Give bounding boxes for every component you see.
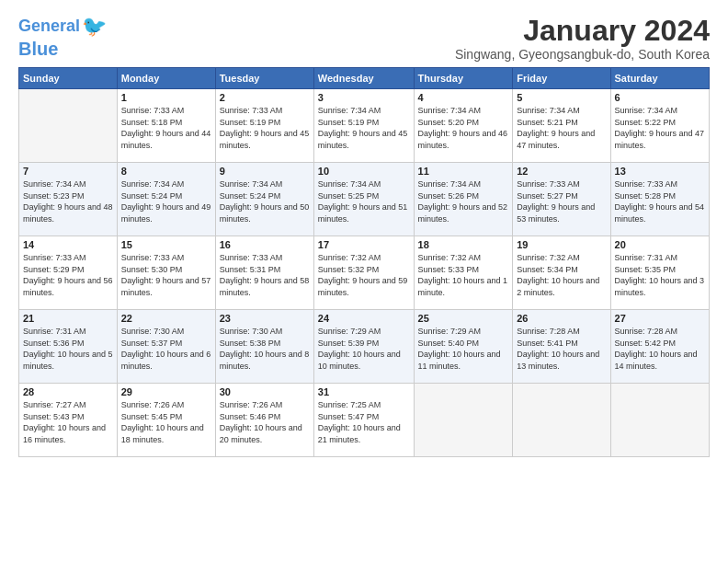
day-info: Sunrise: 7:33 AMSunset: 5:18 PMDaylight:…	[121, 105, 211, 151]
table-row: 13Sunrise: 7:33 AMSunset: 5:28 PMDayligh…	[610, 163, 709, 236]
table-row: 17Sunrise: 7:32 AMSunset: 5:32 PMDayligh…	[313, 236, 414, 310]
table-row: 29Sunrise: 7:26 AMSunset: 5:45 PMDayligh…	[117, 384, 215, 457]
calendar-week-row: 28Sunrise: 7:27 AMSunset: 5:43 PMDayligh…	[19, 384, 710, 457]
day-number: 11	[418, 166, 509, 177]
day-info: Sunrise: 7:34 AMSunset: 5:20 PMDaylight:…	[418, 105, 509, 151]
table-row: 3Sunrise: 7:34 AMSunset: 5:19 PMDaylight…	[313, 89, 414, 163]
table-row: 27Sunrise: 7:28 AMSunset: 5:42 PMDayligh…	[610, 310, 709, 384]
calendar-week-row: 21Sunrise: 7:31 AMSunset: 5:36 PMDayligh…	[19, 310, 710, 384]
table-row: 6Sunrise: 7:34 AMSunset: 5:22 PMDaylight…	[610, 89, 709, 163]
table-row: 7Sunrise: 7:34 AMSunset: 5:23 PMDaylight…	[19, 163, 118, 236]
day-number: 22	[121, 313, 211, 324]
table-row: 8Sunrise: 7:34 AMSunset: 5:24 PMDaylight…	[117, 163, 215, 236]
table-row: 31Sunrise: 7:25 AMSunset: 5:47 PMDayligh…	[313, 384, 414, 457]
day-number: 9	[220, 166, 310, 177]
calendar-week-row: 1Sunrise: 7:33 AMSunset: 5:18 PMDaylight…	[19, 89, 710, 163]
day-number: 25	[418, 313, 509, 324]
day-info: Sunrise: 7:33 AMSunset: 5:31 PMDaylight:…	[220, 252, 310, 298]
day-info: Sunrise: 7:31 AMSunset: 5:35 PMDaylight:…	[615, 252, 705, 298]
table-row: 15Sunrise: 7:33 AMSunset: 5:30 PMDayligh…	[117, 236, 215, 310]
col-thursday: Thursday	[414, 68, 513, 89]
day-number: 16	[220, 239, 310, 250]
day-info: Sunrise: 7:33 AMSunset: 5:29 PMDaylight:…	[23, 252, 113, 298]
table-row	[19, 89, 118, 163]
day-info: Sunrise: 7:28 AMSunset: 5:41 PMDaylight:…	[517, 326, 606, 372]
day-number: 18	[418, 239, 509, 250]
calendar-week-row: 14Sunrise: 7:33 AMSunset: 5:29 PMDayligh…	[19, 236, 710, 310]
day-info: Sunrise: 7:33 AMSunset: 5:27 PMDaylight:…	[517, 178, 606, 224]
day-info: Sunrise: 7:30 AMSunset: 5:38 PMDaylight:…	[220, 326, 310, 372]
day-number: 5	[517, 92, 606, 103]
day-number: 3	[318, 92, 410, 103]
table-row: 12Sunrise: 7:33 AMSunset: 5:27 PMDayligh…	[513, 163, 610, 236]
table-row: 5Sunrise: 7:34 AMSunset: 5:21 PMDaylight…	[513, 89, 610, 163]
day-info: Sunrise: 7:34 AMSunset: 5:26 PMDaylight:…	[418, 178, 509, 224]
day-number: 31	[318, 386, 410, 397]
col-wednesday: Wednesday	[313, 68, 414, 89]
table-row: 16Sunrise: 7:33 AMSunset: 5:31 PMDayligh…	[215, 236, 313, 310]
day-number: 27	[615, 313, 705, 324]
table-row: 2Sunrise: 7:33 AMSunset: 5:19 PMDaylight…	[215, 89, 313, 163]
day-number: 12	[517, 166, 606, 177]
day-number: 20	[615, 239, 705, 250]
table-row: 21Sunrise: 7:31 AMSunset: 5:36 PMDayligh…	[19, 310, 118, 384]
logo-blue: Blue	[18, 39, 107, 59]
day-number: 10	[318, 166, 410, 177]
day-info: Sunrise: 7:28 AMSunset: 5:42 PMDaylight:…	[615, 326, 705, 372]
day-number: 14	[23, 239, 113, 250]
table-row: 20Sunrise: 7:31 AMSunset: 5:35 PMDayligh…	[610, 236, 709, 310]
table-row: 1Sunrise: 7:33 AMSunset: 5:18 PMDaylight…	[117, 89, 215, 163]
day-info: Sunrise: 7:34 AMSunset: 5:24 PMDaylight:…	[121, 178, 211, 224]
table-row	[513, 384, 610, 457]
calendar-header-row: Sunday Monday Tuesday Wednesday Thursday…	[19, 68, 710, 89]
day-info: Sunrise: 7:31 AMSunset: 5:36 PMDaylight:…	[23, 326, 113, 372]
table-row: 14Sunrise: 7:33 AMSunset: 5:29 PMDayligh…	[19, 236, 118, 310]
day-info: Sunrise: 7:34 AMSunset: 5:22 PMDaylight:…	[615, 105, 705, 151]
col-monday: Monday	[117, 68, 215, 89]
logo-text: General	[18, 17, 80, 36]
day-info: Sunrise: 7:34 AMSunset: 5:24 PMDaylight:…	[220, 178, 310, 224]
page-container: General 🐦 Blue January 2024 Singwang, Gy…	[0, 0, 728, 466]
table-row: 22Sunrise: 7:30 AMSunset: 5:37 PMDayligh…	[117, 310, 215, 384]
day-number: 30	[220, 386, 310, 397]
logo-bird-icon: 🐦	[82, 15, 107, 39]
day-info: Sunrise: 7:32 AMSunset: 5:33 PMDaylight:…	[418, 252, 509, 298]
title-block: January 2024 Singwang, Gyeongsangbuk-do,…	[455, 15, 710, 62]
table-row: 10Sunrise: 7:34 AMSunset: 5:25 PMDayligh…	[313, 163, 414, 236]
table-row: 26Sunrise: 7:28 AMSunset: 5:41 PMDayligh…	[513, 310, 610, 384]
day-number: 6	[615, 92, 705, 103]
day-info: Sunrise: 7:29 AMSunset: 5:40 PMDaylight:…	[418, 326, 509, 372]
day-number: 26	[517, 313, 606, 324]
month-year-title: January 2024	[455, 15, 710, 47]
calendar-week-row: 7Sunrise: 7:34 AMSunset: 5:23 PMDaylight…	[19, 163, 710, 236]
col-saturday: Saturday	[610, 68, 709, 89]
day-info: Sunrise: 7:30 AMSunset: 5:37 PMDaylight:…	[121, 326, 211, 372]
day-number: 19	[517, 239, 606, 250]
table-row: 19Sunrise: 7:32 AMSunset: 5:34 PMDayligh…	[513, 236, 610, 310]
table-row	[414, 384, 513, 457]
day-number: 13	[615, 166, 705, 177]
day-number: 28	[23, 386, 113, 397]
table-row: 23Sunrise: 7:30 AMSunset: 5:38 PMDayligh…	[215, 310, 313, 384]
day-number: 21	[23, 313, 113, 324]
table-row: 25Sunrise: 7:29 AMSunset: 5:40 PMDayligh…	[414, 310, 513, 384]
col-sunday: Sunday	[19, 68, 118, 89]
day-number: 4	[418, 92, 509, 103]
table-row	[610, 384, 709, 457]
day-info: Sunrise: 7:27 AMSunset: 5:43 PMDaylight:…	[23, 399, 113, 445]
day-number: 17	[318, 239, 410, 250]
calendar-table: Sunday Monday Tuesday Wednesday Thursday…	[18, 67, 710, 457]
day-info: Sunrise: 7:34 AMSunset: 5:21 PMDaylight:…	[517, 105, 606, 151]
table-row: 9Sunrise: 7:34 AMSunset: 5:24 PMDaylight…	[215, 163, 313, 236]
logo: General 🐦 Blue	[18, 15, 107, 59]
location-subtitle: Singwang, Gyeongsangbuk-do, South Korea	[455, 47, 710, 62]
day-number: 29	[121, 386, 211, 397]
day-number: 1	[121, 92, 211, 103]
day-number: 15	[121, 239, 211, 250]
day-info: Sunrise: 7:34 AMSunset: 5:25 PMDaylight:…	[318, 178, 410, 224]
day-info: Sunrise: 7:32 AMSunset: 5:34 PMDaylight:…	[517, 252, 606, 298]
col-friday: Friday	[513, 68, 610, 89]
day-info: Sunrise: 7:33 AMSunset: 5:19 PMDaylight:…	[220, 105, 310, 151]
table-row: 28Sunrise: 7:27 AMSunset: 5:43 PMDayligh…	[19, 384, 118, 457]
table-row: 30Sunrise: 7:26 AMSunset: 5:46 PMDayligh…	[215, 384, 313, 457]
